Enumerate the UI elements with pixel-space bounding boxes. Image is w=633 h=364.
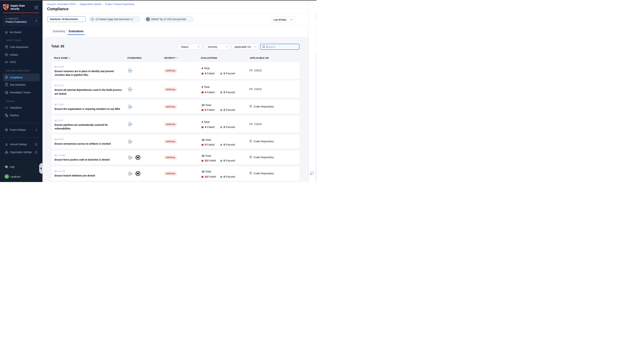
svg-text:?: ?: [6, 166, 7, 168]
